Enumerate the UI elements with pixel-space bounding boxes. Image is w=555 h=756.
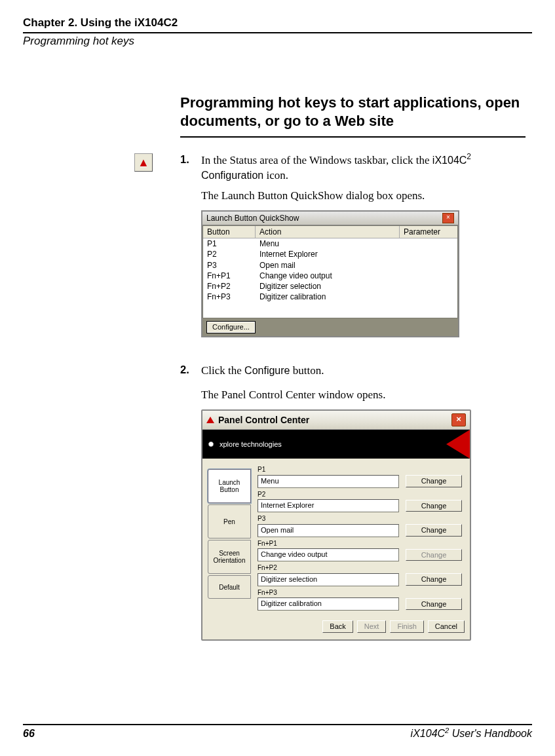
col-button[interactable]: Button bbox=[203, 226, 256, 238]
book-title: iX104C2 User's Handbook bbox=[411, 728, 532, 740]
table-row[interactable]: P2Internet Explorer bbox=[203, 249, 457, 259]
finish-button: Finish bbox=[390, 620, 423, 633]
p3-input[interactable]: Open mail bbox=[258, 524, 399, 537]
section-title: Programming hot keys to start applicatio… bbox=[180, 94, 526, 138]
step-number: 2. bbox=[180, 364, 192, 641]
quickshow-rows: P1Menu P2Internet Explorer P3Open mail F… bbox=[203, 238, 457, 318]
change-button[interactable]: Change bbox=[406, 500, 462, 512]
page-footer: 66 iX104C2 User's Handbook bbox=[23, 724, 532, 740]
quickshow-table-header: Button Action Parameter bbox=[203, 226, 457, 238]
panel-control-center-window: Panel Control Center × xplore technologi… bbox=[201, 409, 471, 641]
change-button[interactable]: Change bbox=[406, 524, 462, 537]
step-body: In the Status area of the Windows taskba… bbox=[201, 153, 526, 356]
step-1-line-2: The Launch Button QuickShow dialog box o… bbox=[201, 189, 526, 204]
tab-pen[interactable]: Pen bbox=[208, 504, 251, 539]
brand-text: xplore technologies bbox=[220, 440, 282, 449]
close-icon[interactable]: × bbox=[442, 213, 454, 223]
quickshow-footer: Configure... bbox=[202, 318, 458, 336]
p1-input[interactable]: Menu bbox=[258, 475, 399, 488]
fnp3-input[interactable]: Digitizer calibration bbox=[258, 597, 399, 611]
field-fn-p3: Fn+P3 Digitizer calibration Change bbox=[258, 588, 462, 611]
table-row[interactable]: Fn+P3Digitizer calibration bbox=[203, 292, 457, 302]
pcc-footer: Back Next Finish Cancel bbox=[202, 616, 470, 639]
next-button: Next bbox=[357, 620, 387, 633]
pcc-tabs: Launch Button Pen Screen Orientation Def… bbox=[208, 465, 251, 613]
change-button[interactable]: Change bbox=[406, 598, 462, 611]
step-1-line-1: In the Status area of the Windows taskba… bbox=[201, 153, 526, 183]
tab-screen-orientation[interactable]: Screen Orientation bbox=[208, 540, 251, 574]
page-header: Chapter 2. Using the iX104C2 Programming… bbox=[23, 16, 532, 48]
content-column: Programming hot keys to start applicatio… bbox=[180, 94, 526, 641]
change-button: Change bbox=[406, 549, 462, 561]
table-row[interactable]: Fn+P1Change video output bbox=[203, 271, 457, 281]
step-1: 1. In the Status area of the Windows tas… bbox=[180, 153, 526, 356]
footer-rule bbox=[23, 724, 532, 725]
pcc-title-text: Panel Control Center bbox=[218, 414, 309, 426]
step-2: 2. Click the Configure button. The Panel… bbox=[180, 364, 526, 641]
configure-button[interactable]: Configure... bbox=[206, 321, 256, 333]
pcc-titlebar: Panel Control Center × bbox=[202, 411, 470, 430]
triangle-icon bbox=[206, 417, 214, 423]
quickshow-title-text: Launch Button QuickShow bbox=[206, 213, 299, 223]
chapter-title: Chapter 2. Using the iX104C2 bbox=[23, 16, 532, 29]
pcc-brandbar: xplore technologies bbox=[202, 430, 470, 459]
field-fn-p2: Fn+P2 Digitizer selection Change bbox=[258, 563, 462, 586]
back-button[interactable]: Back bbox=[322, 620, 353, 633]
table-row[interactable]: Fn+P2Digitizer selection bbox=[203, 281, 457, 292]
xplore-logo-icon bbox=[206, 440, 216, 449]
quickshow-titlebar: Launch Button QuickShow × bbox=[202, 212, 458, 225]
table-row[interactable]: P1Menu bbox=[203, 238, 457, 249]
fnp1-input[interactable]: Change video output bbox=[258, 548, 399, 561]
field-p1: P1 Menu Change bbox=[258, 465, 462, 488]
step-body: Click the Configure button. The Panel Co… bbox=[201, 364, 471, 641]
col-parameter[interactable]: Parameter bbox=[400, 226, 457, 238]
quickshow-window: Launch Button QuickShow × Button Action … bbox=[201, 210, 459, 337]
brand-triangle-icon bbox=[446, 430, 470, 459]
page-number: 66 bbox=[23, 728, 35, 740]
change-button[interactable]: Change bbox=[406, 573, 462, 586]
tray-config-icon: ▲ bbox=[134, 153, 153, 172]
quickshow-table: Button Action Parameter P1Menu P2Interne… bbox=[202, 225, 458, 318]
p2-input[interactable]: Internet Explorer bbox=[258, 499, 399, 512]
step-2-line-1: Click the Configure button. bbox=[201, 364, 471, 379]
field-fn-p1: Fn+P1 Change video output Change bbox=[258, 539, 462, 562]
col-action[interactable]: Action bbox=[256, 226, 400, 238]
step-number: 1. bbox=[180, 153, 192, 356]
field-p3: P3 Open mail Change bbox=[258, 514, 462, 537]
cancel-button[interactable]: Cancel bbox=[428, 620, 465, 633]
page: Chapter 2. Using the iX104C2 Programming… bbox=[0, 0, 555, 756]
tab-default[interactable]: Default bbox=[208, 575, 251, 599]
header-rule bbox=[23, 32, 532, 33]
pcc-main: P1 Menu Change P2 Internet Explorer bbox=[258, 465, 465, 613]
change-button[interactable]: Change bbox=[406, 475, 462, 487]
step-2-line-2: The Panel Control Center window opens. bbox=[201, 388, 471, 403]
tab-launch-button[interactable]: Launch Button bbox=[208, 469, 251, 503]
table-row[interactable]: P3Open mail bbox=[203, 260, 457, 271]
pcc-body: Launch Button Pen Screen Orientation Def… bbox=[202, 459, 470, 616]
field-p2: P2 Internet Explorer Change bbox=[258, 490, 462, 513]
header-subtitle: Programming hot keys bbox=[23, 35, 532, 48]
fnp2-input[interactable]: Digitizer selection bbox=[258, 573, 399, 586]
close-icon[interactable]: × bbox=[451, 413, 466, 426]
